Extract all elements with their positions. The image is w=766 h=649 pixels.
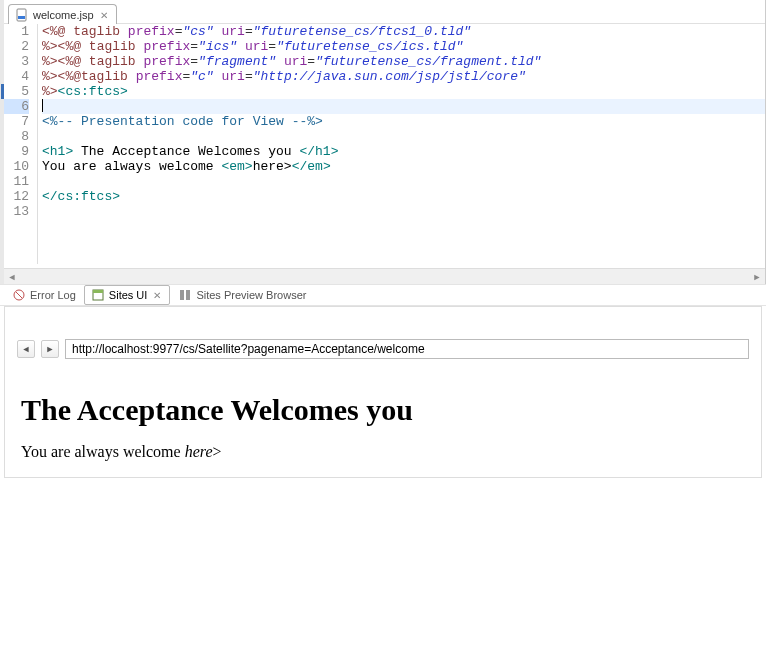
nav-back-button[interactable]: ◄ xyxy=(17,340,35,358)
close-icon[interactable]: ✕ xyxy=(98,9,110,21)
svg-rect-1 xyxy=(18,16,25,19)
preview-em: here xyxy=(185,443,213,460)
browser-panel: ◄ ► The Acceptance Welcomes you You are … xyxy=(4,306,762,478)
editor-tab-label: welcome.jsp xyxy=(33,9,94,21)
code-body[interactable]: <%@ taglib prefix="cs" uri="futuretense_… xyxy=(38,24,765,264)
views-tabbar: Error Log Sites UI ✕ Sites Preview Brows… xyxy=(0,284,766,306)
browser-toolbar: ◄ ► xyxy=(5,333,761,365)
jsp-file-icon xyxy=(15,8,29,22)
close-icon[interactable]: ✕ xyxy=(151,289,163,301)
preview-content: The Acceptance Welcomes you You are alwa… xyxy=(5,365,761,477)
scroll-right-icon[interactable]: ► xyxy=(749,269,765,285)
preview-heading: The Acceptance Welcomes you xyxy=(21,393,745,427)
preview-paragraph: You are always welcome here> xyxy=(21,443,745,461)
editor-hscroll[interactable]: ◄ ► xyxy=(4,268,765,284)
tab-sites-preview-label: Sites Preview Browser xyxy=(196,289,306,301)
svg-rect-7 xyxy=(186,290,190,300)
editor-tabbar: welcome.jsp ✕ xyxy=(4,0,765,24)
tab-sites-preview[interactable]: Sites Preview Browser xyxy=(172,286,312,304)
tab-error-log-label: Error Log xyxy=(30,289,76,301)
editor-tab-welcome[interactable]: welcome.jsp ✕ xyxy=(8,4,117,24)
tab-error-log[interactable]: Error Log xyxy=(6,286,82,304)
editor-panel: welcome.jsp ✕ 12345678910111213 <%@ tagl… xyxy=(0,0,766,284)
error-log-icon xyxy=(12,288,26,302)
scroll-left-icon[interactable]: ◄ xyxy=(4,269,20,285)
sites-ui-icon xyxy=(91,288,105,302)
svg-rect-6 xyxy=(180,290,184,300)
svg-line-3 xyxy=(16,292,22,298)
tab-sites-ui[interactable]: Sites UI ✕ xyxy=(84,285,171,305)
tab-sites-ui-label: Sites UI xyxy=(109,289,148,301)
line-gutter: 12345678910111213 xyxy=(4,24,38,264)
sites-preview-icon xyxy=(178,288,192,302)
nav-forward-button[interactable]: ► xyxy=(41,340,59,358)
svg-rect-5 xyxy=(93,290,103,293)
url-input[interactable] xyxy=(65,339,749,359)
svg-rect-0 xyxy=(17,9,26,21)
code-editor[interactable]: 12345678910111213 <%@ taglib prefix="cs"… xyxy=(4,24,765,264)
